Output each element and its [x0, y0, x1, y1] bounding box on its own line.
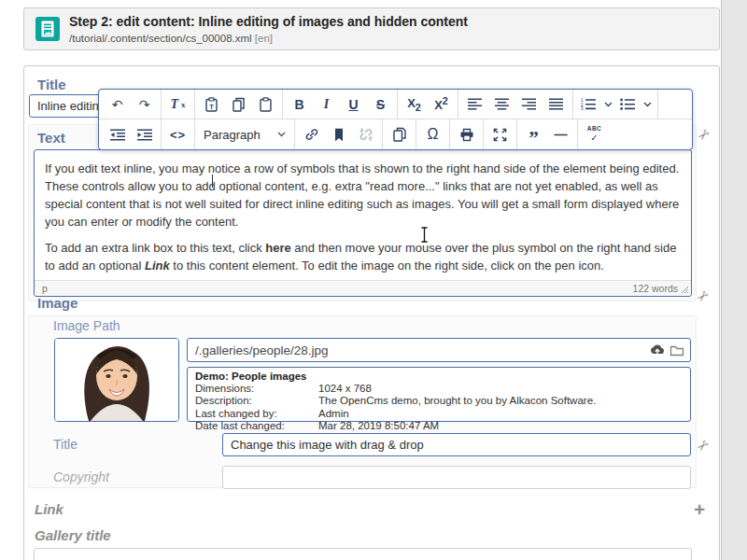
paragraph-format-select[interactable]: Paragraph — [198, 122, 291, 147]
subscript-icon: X2 — [407, 96, 421, 113]
special-char-button[interactable]: Ω — [419, 122, 446, 147]
image-info-row: Description: The OpenCms demo, brought t… — [195, 395, 683, 407]
superscript-icon: X2 — [434, 95, 448, 112]
underline-icon: U — [348, 97, 358, 112]
anchor-button[interactable] — [325, 122, 352, 147]
field-label-gallery-title: Gallery title — [35, 527, 111, 543]
image-info-row: Dimensions: 1024 x 768 — [195, 383, 683, 395]
svg-text:3: 3 — [581, 106, 584, 110]
align-left-button[interactable] — [461, 92, 488, 117]
strikethrough-button[interactable]: S — [367, 92, 394, 117]
bold-icon: B — [294, 97, 303, 112]
image-info-title: Demo: People images — [195, 371, 683, 383]
align-left-icon — [468, 98, 482, 110]
copy-button[interactable] — [225, 92, 252, 117]
unlink-button[interactable] — [352, 122, 379, 147]
text-caret — [212, 175, 213, 188]
spellcheck-button[interactable]: ABC ✓ — [581, 122, 608, 147]
underline-button[interactable]: U — [340, 92, 367, 117]
image-title-input[interactable] — [222, 433, 691, 456]
outdent-button[interactable] — [104, 122, 131, 147]
paste-button[interactable] — [252, 92, 279, 117]
gallery-title-input[interactable] — [34, 548, 692, 560]
align-right-button[interactable] — [515, 92, 543, 117]
paragraph-2-text-a: To add an extra link box to this text, c… — [45, 241, 265, 255]
portrait-photo — [55, 339, 178, 421]
editor-paragraph-2: To add an extra link box to this text, c… — [45, 239, 681, 274]
bullet-list-icon — [620, 98, 635, 110]
undo-button[interactable]: ↶ — [104, 92, 131, 117]
chevron-down-icon — [643, 102, 652, 107]
resource-path: /tutorial/.content/section/cs_00008.xml … — [69, 33, 468, 44]
image-info-row: Last changed by: Admin — [195, 408, 683, 420]
field-label-copyright: Copyright — [53, 469, 109, 484]
image-path-value: /.galleries/people/28.jpg — [195, 343, 650, 357]
copy-page-button[interactable] — [386, 122, 413, 147]
word-count: 122 words — [633, 283, 678, 294]
chevron-down-icon — [604, 102, 613, 107]
image-thumbnail[interactable] — [54, 338, 179, 422]
field-label-link: Link — [35, 501, 63, 517]
subscript-button[interactable]: X2 — [401, 92, 428, 117]
mouse-cursor-ibeam — [420, 227, 429, 243]
horizontal-rule-icon: — — [555, 127, 568, 142]
gallery-folder-icon[interactable] — [669, 344, 684, 357]
locale-badge: [en] — [255, 33, 273, 44]
image-info-box: Demo: People images Dimensions: 1024 x 7… — [187, 367, 691, 422]
indent-icon — [137, 129, 152, 141]
align-center-icon — [495, 98, 509, 110]
link-button[interactable] — [298, 122, 325, 147]
field-label-image-title: Title — [53, 437, 78, 452]
horizontal-rule-button[interactable]: — — [547, 122, 574, 147]
source-code-button[interactable]: <> — [164, 122, 191, 147]
bullet-list-menu-button[interactable] — [640, 92, 655, 117]
unlink-icon — [359, 127, 374, 142]
justify-icon — [549, 98, 563, 110]
content-editor-screen: Step 2: edit content: Inline editing of … — [0, 0, 747, 560]
outdent-icon — [110, 129, 125, 141]
toolbar-row-2: <> Paragraph — [99, 119, 692, 149]
element-path: p — [42, 283, 48, 294]
align-right-icon — [522, 98, 536, 110]
fullscreen-button[interactable] — [486, 122, 514, 147]
header-text: Step 2: edit content: Inline editing of … — [69, 14, 468, 45]
numbered-list-menu-button[interactable] — [600, 92, 615, 117]
image-path-input[interactable]: /.galleries/people/28.jpg — [187, 338, 691, 362]
toolbar-row-1: ↶ ↷ Tx T — [99, 90, 692, 119]
spellcheck-abc: ABC — [587, 126, 602, 133]
bold-button[interactable]: B — [286, 92, 313, 117]
numbered-list-button[interactable]: 1 2 3 — [576, 92, 600, 117]
superscript-button[interactable]: X2 — [428, 92, 455, 117]
content-type-icon — [35, 17, 60, 41]
italic-button[interactable]: I — [313, 92, 340, 117]
align-center-button[interactable] — [488, 92, 515, 117]
paragraph-2-text-c: to this content element. To edit the ima… — [170, 259, 604, 273]
blockquote-icon: ” — [529, 133, 539, 143]
link-icon — [304, 127, 319, 142]
indent-button[interactable] — [131, 122, 158, 147]
info-value: Admin — [318, 408, 349, 420]
remove-format-button[interactable]: Tx — [164, 92, 191, 117]
info-key: Description: — [195, 395, 318, 407]
add-link-button[interactable]: + — [694, 502, 705, 517]
bullet-list-button[interactable] — [615, 92, 640, 117]
upload-icon[interactable] — [650, 343, 665, 357]
info-value: 1024 x 768 — [318, 383, 372, 395]
justify-button[interactable] — [543, 92, 570, 117]
copyright-input[interactable] — [222, 466, 691, 489]
rich-text-editor[interactable]: If you edit text inline, you may notice … — [34, 149, 692, 297]
print-button[interactable] — [453, 122, 480, 147]
blockquote-button[interactable]: ” — [520, 122, 547, 147]
paste-icon — [259, 97, 273, 112]
paragraph-2-link-bold-italic: Link — [145, 259, 170, 273]
resize-grip-icon[interactable] — [681, 286, 689, 294]
document-copy-icon — [392, 127, 407, 142]
numbered-list-icon: 1 2 3 — [581, 98, 596, 110]
format-toolbar: ↶ ↷ Tx T — [98, 89, 693, 150]
omega-icon: Ω — [428, 126, 439, 143]
paste-text-button[interactable]: T — [198, 92, 225, 117]
remove-format-icon: T — [170, 97, 178, 112]
redo-button[interactable]: ↷ — [131, 92, 158, 117]
info-key: Dimensions: — [195, 383, 318, 395]
editor-content[interactable]: If you edit text inline, you may notice … — [35, 150, 691, 274]
